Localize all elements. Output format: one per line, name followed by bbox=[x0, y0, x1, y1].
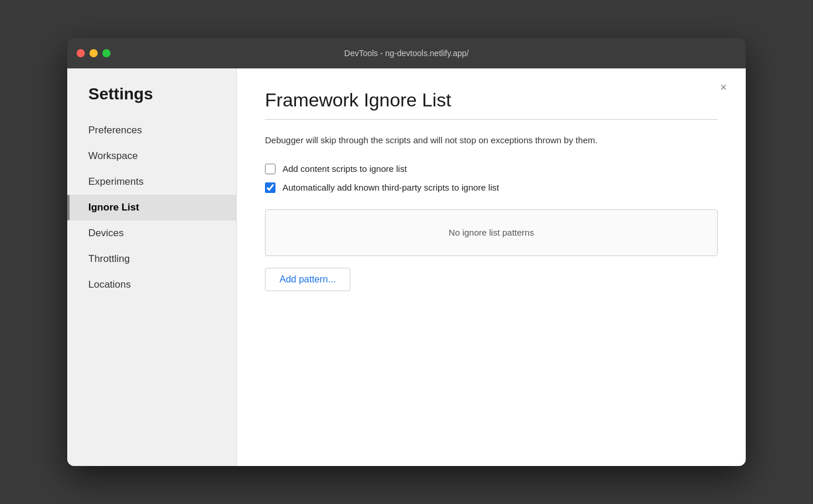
sidebar-heading: Settings bbox=[67, 85, 236, 118]
minimize-traffic-light[interactable] bbox=[89, 49, 98, 57]
sidebar-item-preferences[interactable]: Preferences bbox=[67, 118, 236, 143]
titlebar-title: DevTools - ng-devtools.netlify.app/ bbox=[345, 49, 469, 58]
sidebar-item-locations[interactable]: Locations bbox=[67, 272, 236, 298]
sidebar-item-workspace[interactable]: Workspace bbox=[67, 143, 236, 169]
checkbox-third-party[interactable]: Automatically add known third-party scri… bbox=[265, 182, 718, 193]
add-pattern-button[interactable]: Add pattern... bbox=[265, 268, 350, 291]
checkbox-content-scripts[interactable]: Add content scripts to ignore list bbox=[265, 164, 718, 174]
sidebar-item-experiments[interactable]: Experiments bbox=[67, 169, 236, 195]
titlebar: DevTools - ng-devtools.netlify.app/ bbox=[67, 38, 746, 68]
close-traffic-light[interactable] bbox=[77, 49, 85, 57]
checkbox-content-scripts-label: Add content scripts to ignore list bbox=[283, 164, 407, 174]
sidebar-nav: Preferences Workspace Experiments Ignore… bbox=[67, 118, 236, 298]
checkbox-group: Add content scripts to ignore list Autom… bbox=[265, 164, 718, 193]
main-panel: × Framework Ignore List Debugger will sk… bbox=[237, 68, 746, 466]
window: DevTools - ng-devtools.netlify.app/ Sett… bbox=[67, 38, 746, 466]
section-divider bbox=[265, 119, 718, 120]
section-title: Framework Ignore List bbox=[265, 89, 718, 111]
sidebar-item-throttling[interactable]: Throttling bbox=[67, 246, 236, 272]
ignore-list-placeholder: No ignore list patterns bbox=[449, 227, 534, 237]
maximize-traffic-light[interactable] bbox=[102, 49, 111, 57]
checkbox-content-scripts-input[interactable] bbox=[265, 164, 275, 174]
checkbox-third-party-label: Automatically add known third-party scri… bbox=[283, 182, 499, 192]
close-button[interactable]: × bbox=[715, 79, 732, 95]
checkbox-third-party-input[interactable] bbox=[265, 182, 275, 193]
sidebar: Settings Preferences Workspace Experimen… bbox=[67, 68, 237, 466]
ignore-list-box: No ignore list patterns bbox=[265, 209, 718, 256]
traffic-lights bbox=[77, 49, 111, 57]
sidebar-item-devices[interactable]: Devices bbox=[67, 220, 236, 246]
window-content: Settings Preferences Workspace Experimen… bbox=[67, 68, 746, 466]
section-description: Debugger will skip through the scripts a… bbox=[265, 134, 686, 147]
sidebar-item-ignore-list[interactable]: Ignore List bbox=[67, 195, 236, 220]
